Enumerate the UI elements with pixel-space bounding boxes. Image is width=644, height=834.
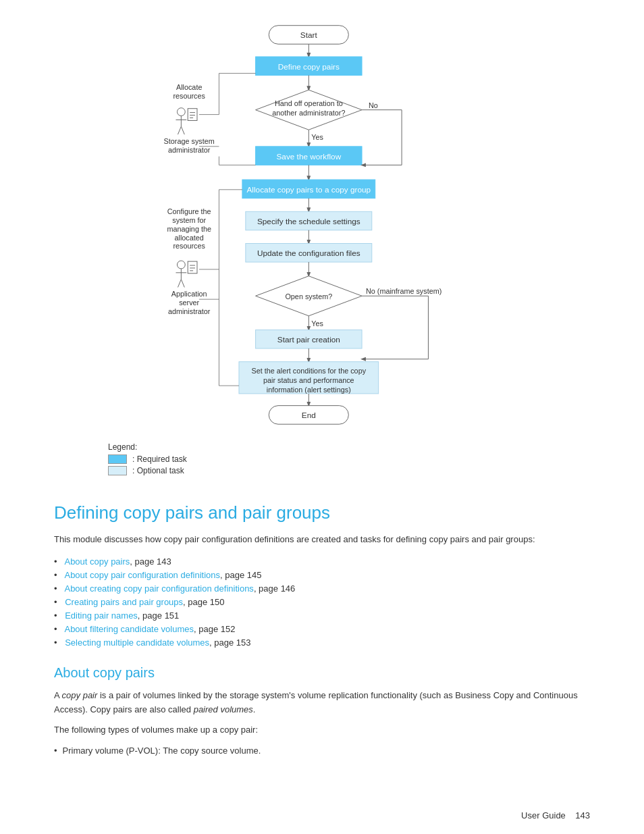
legend-title: Legend:: [108, 442, 644, 452]
svg-text:End: End: [302, 411, 316, 420]
svg-text:Allocate: Allocate: [176, 83, 202, 91]
svg-text:pair status and performance: pair status and performance: [263, 376, 354, 384]
footer-label: User Guide: [521, 810, 566, 820]
svg-text:Configure the: Configure the: [167, 207, 211, 215]
svg-text:system for: system for: [172, 216, 206, 224]
legend-item-required: : Required task: [108, 454, 644, 464]
svg-text:Specify the schedule settings: Specify the schedule settings: [257, 217, 360, 226]
svg-line-51: [181, 126, 184, 134]
section-title: Defining copy pairs and pair groups: [54, 502, 590, 523]
toc-page-3: , page 146: [254, 583, 295, 594]
toc-item-4: Creating pairs and pair groups, page 150: [54, 597, 590, 607]
svg-text:managing the: managing the: [167, 225, 211, 233]
body-text-2: The following types of volumes make up a…: [54, 723, 590, 737]
svg-text:Allocate copy pairs to a copy : Allocate copy pairs to a copy group: [247, 185, 371, 194]
svg-text:Update the configuration files: Update the configuration files: [257, 249, 360, 258]
toc-item-2: About copy pair configuration definition…: [54, 570, 590, 580]
svg-text:resources: resources: [173, 242, 205, 250]
svg-text:information (alert settings): information (alert settings): [267, 386, 351, 394]
toc-page-4: , page 150: [183, 597, 224, 607]
svg-text:Define copy pairs: Define copy pairs: [278, 62, 340, 72]
toc-link-3[interactable]: About creating copy pair configuration d…: [64, 583, 253, 594]
body-text-1: A copy pair is a pair of volumes linked …: [54, 689, 590, 717]
toc-item-6: About filtering candidate volumes, page …: [54, 624, 590, 634]
svg-text:another administrator?: another administrator?: [272, 109, 345, 117]
main-content: Defining copy pairs and pair groups This…: [0, 489, 644, 792]
toc-link-5[interactable]: Editing pair names: [65, 610, 138, 621]
toc-page-2: , page 145: [220, 570, 261, 580]
legend: Legend: : Required task : Optional task: [108, 442, 644, 475]
svg-text:Storage system: Storage system: [164, 137, 215, 145]
toc-page-6: , page 152: [194, 624, 235, 634]
toc-item-7: Selecting multiple candidate volumes, pa…: [54, 637, 590, 648]
svg-text:No (mainframe system): No (mainframe system): [366, 287, 441, 295]
svg-text:administrator: administrator: [168, 146, 211, 154]
toc-item-1: About copy pairs, page 143: [54, 556, 590, 567]
legend-label-optional: : Optional task: [132, 466, 184, 475]
flowchart-svg: Start Define copy pairs Hand off operati…: [119, 14, 525, 432]
svg-text:Open system?: Open system?: [285, 292, 332, 301]
svg-line-50: [178, 126, 181, 134]
toc-link-2[interactable]: About copy pair configuration definition…: [64, 570, 220, 580]
svg-text:Hand off operation to: Hand off operation to: [275, 99, 343, 107]
bullet-item-1: Primary volume (P-VOL): The copy source …: [54, 744, 590, 758]
svg-text:Start: Start: [300, 30, 318, 40]
page-footer: User Guide 143: [521, 810, 590, 820]
toc-item-5: Editing pair names, page 151: [54, 610, 590, 621]
svg-text:Set the alert conditions for t: Set the alert conditions for the copy: [252, 367, 367, 375]
svg-text:server: server: [179, 298, 199, 307]
svg-text:resources: resources: [173, 92, 205, 100]
legend-box-optional: [108, 466, 127, 475]
toc-link-7[interactable]: Selecting multiple candidate volumes: [65, 637, 209, 648]
legend-item-optional: : Optional task: [108, 466, 644, 475]
toc-item-3: About creating copy pair configuration d…: [54, 583, 590, 594]
toc-link-6[interactable]: About filtering candidate volumes: [64, 624, 194, 634]
svg-text:Yes: Yes: [311, 133, 323, 141]
toc-link-1[interactable]: About copy pairs: [64, 556, 130, 567]
subsection-title: About copy pairs: [54, 665, 590, 681]
flowchart-container: Start Define copy pairs Hand off operati…: [0, 0, 644, 439]
svg-text:allocated: allocated: [175, 234, 204, 242]
footer-page: 143: [575, 810, 590, 820]
svg-point-47: [177, 108, 185, 116]
svg-text:Start pair creation: Start pair creation: [277, 335, 340, 344]
svg-text:administrator: administrator: [168, 307, 211, 315]
legend-box-required: [108, 454, 127, 464]
section-intro: This module discusses how copy pair conf…: [54, 533, 590, 547]
toc-page-5: , page 151: [138, 610, 179, 621]
toc-link-4[interactable]: Creating pairs and pair groups: [65, 597, 183, 607]
bullet-list: Primary volume (P-VOL): The copy source …: [54, 744, 590, 758]
svg-line-73: [181, 280, 184, 288]
svg-rect-52: [188, 109, 197, 121]
legend-label-required: : Required task: [132, 454, 187, 464]
svg-text:Yes: Yes: [311, 319, 323, 328]
svg-rect-74: [188, 261, 197, 273]
toc-list: About copy pairs, page 143 About copy pa…: [54, 556, 590, 648]
svg-line-72: [178, 280, 181, 288]
svg-text:Save the workflow: Save the workflow: [276, 152, 341, 161]
toc-page-7: , page 153: [209, 637, 250, 648]
svg-point-69: [177, 261, 185, 269]
toc-page-1: , page 143: [130, 556, 171, 567]
svg-text:No: No: [369, 101, 378, 109]
svg-text:Application: Application: [171, 290, 207, 298]
